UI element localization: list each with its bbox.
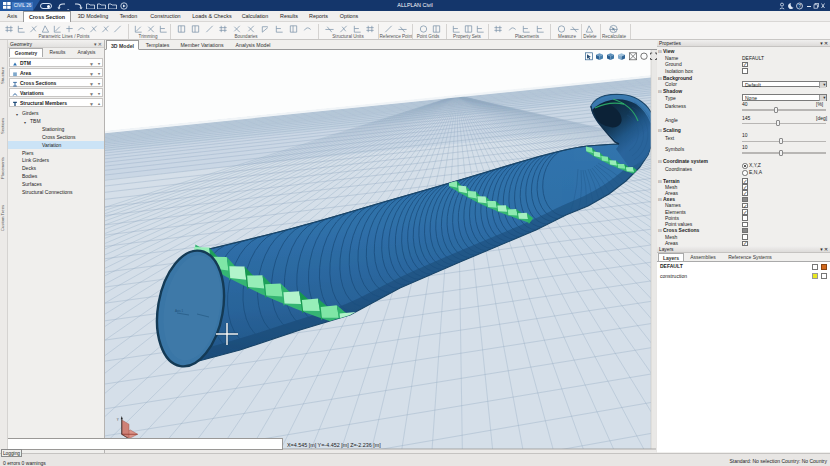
- svg-text:X=4.545 [m] Y=-4.452 [m] Z=-2.: X=4.545 [m] Y=-4.452 [m] Z=-2.236 [m]: [287, 442, 381, 448]
- svg-text:Y: Y: [117, 418, 119, 422]
- svg-text:?: ?: [798, 3, 801, 9]
- svg-text:Axis 1: Axis 1: [175, 309, 184, 313]
